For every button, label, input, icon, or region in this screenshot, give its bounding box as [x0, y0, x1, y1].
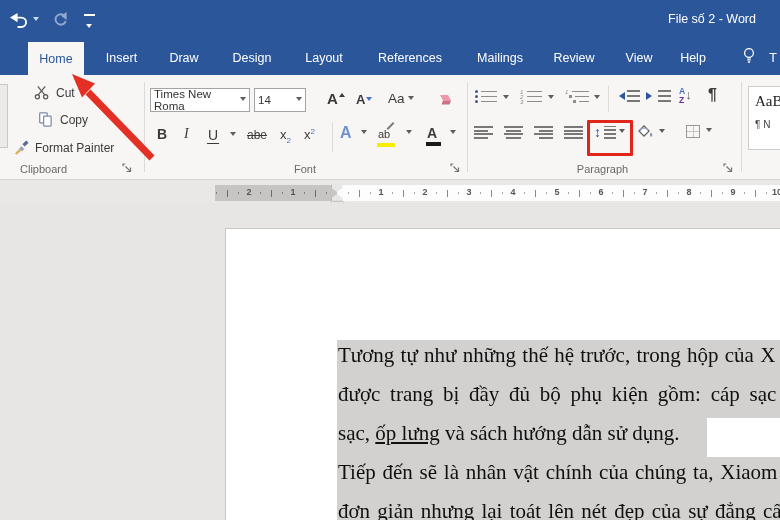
tab-review[interactable]: Review: [550, 40, 598, 75]
bold-button[interactable]: B: [157, 126, 167, 142]
format-painter-brush-icon: [14, 140, 29, 155]
ruler-number: 10: [772, 187, 780, 197]
tab-mailings[interactable]: Mailings: [468, 40, 532, 75]
sort-button[interactable]: A Z ↓: [679, 87, 692, 104]
font-color-chevron-icon: [450, 130, 456, 137]
shading-button[interactable]: [637, 125, 665, 140]
text-effects-button[interactable]: A: [340, 124, 367, 142]
font-size-combo[interactable]: 14: [254, 88, 306, 112]
paint-bucket-icon: [637, 125, 655, 140]
ruler-number: 4: [510, 187, 515, 197]
show-hide-pilcrow-button[interactable]: ¶: [708, 86, 717, 104]
undo-dropdown-chevron-icon[interactable]: [33, 17, 39, 24]
paste-button-partial[interactable]: [0, 84, 8, 148]
grow-font-caret-icon: [339, 90, 345, 97]
ruler-number: 1: [378, 187, 383, 197]
group-divider: [467, 82, 468, 172]
ruler-row: 2 1 1 2 3 4 5 6 7 8 9 10: [0, 180, 780, 203]
multilevel-list-button[interactable]: 1: [565, 89, 589, 104]
horizontal-ruler[interactable]: 2 1 1 2 3 4 5 6 7 8 9 10: [215, 185, 780, 201]
font-group-label: Font: [150, 163, 460, 175]
font-dialog-launcher-icon[interactable]: [450, 163, 460, 173]
borders-chevron-icon: [706, 128, 712, 135]
clear-formatting-eraser-icon[interactable]: [436, 93, 452, 107]
borders-grid-icon: [686, 125, 700, 138]
numbering-button[interactable]: 1 2 3: [520, 89, 542, 104]
italic-button[interactable]: I: [184, 126, 189, 142]
shrink-font-button[interactable]: A: [356, 92, 372, 107]
tab-view[interactable]: View: [621, 40, 657, 75]
bullets-button[interactable]: [475, 89, 497, 104]
font-size-chevron-icon: [296, 97, 302, 104]
strikethrough-button[interactable]: abe: [247, 128, 267, 142]
doc-line-1: Tương tự như những thế hệ trước, trong h…: [338, 345, 775, 366]
paragraph-dialog-launcher-icon[interactable]: [723, 163, 733, 173]
cut-label: Cut: [56, 86, 75, 100]
justify-button[interactable]: [564, 126, 583, 139]
align-center-button[interactable]: [504, 126, 523, 139]
tab-home[interactable]: Home: [28, 42, 84, 75]
change-case-button[interactable]: Aa: [388, 91, 414, 106]
numbering-chevron-icon[interactable]: [548, 95, 554, 102]
document-area: Tương tự như những thế hệ trước, trong h…: [0, 203, 780, 520]
clipboard-group-label: Clipboard: [20, 163, 67, 175]
text-effects-chevron-icon: [361, 130, 367, 137]
ruler-number: 1: [290, 187, 295, 197]
customize-quick-access-toolbar-icon[interactable]: [84, 14, 95, 36]
selection-end-gap: [707, 418, 780, 457]
ribbon: Cut Copy Format Painter Clipboard Times …: [0, 75, 780, 180]
format-painter-button[interactable]: Format Painter: [14, 140, 114, 155]
underline-chevron-icon: [230, 132, 236, 139]
font-color-button[interactable]: A: [427, 124, 456, 142]
doc-line-5: đơn giản nhưng lại toát lên nét đẹp của …: [338, 501, 780, 520]
sort-down-arrow-icon: ↓: [685, 87, 692, 104]
align-left-button[interactable]: [474, 126, 493, 139]
font-name-combo[interactable]: Times New Roma: [150, 88, 250, 112]
tab-help[interactable]: Help: [676, 40, 710, 75]
style-normal-preview[interactable]: AaB ¶ N: [748, 86, 780, 150]
bullets-chevron-icon[interactable]: [503, 95, 509, 102]
tell-me-lightbulb-icon[interactable]: [742, 47, 756, 64]
increase-indent-button[interactable]: [646, 90, 671, 102]
undo-button[interactable]: [9, 11, 28, 28]
word-window: File số 2 - Word Home Insert Draw Design…: [0, 0, 780, 520]
tab-draw[interactable]: Draw: [162, 40, 206, 75]
change-case-chevron-icon: [408, 96, 414, 103]
font-name-chevron-icon: [240, 97, 246, 104]
tab-insert[interactable]: Insert: [99, 40, 144, 75]
highlight-chevron-icon: [406, 130, 412, 137]
multilevel-chevron-icon[interactable]: [594, 95, 600, 102]
bullet-dot-icon: [475, 90, 478, 93]
style-preview-text: AaB: [749, 87, 780, 110]
copy-button[interactable]: Copy: [38, 112, 88, 127]
text-highlight-button[interactable]: ab: [378, 124, 412, 142]
tab-references[interactable]: References: [376, 40, 444, 75]
clipboard-dialog-launcher-icon[interactable]: [122, 163, 132, 173]
copy-label: Copy: [60, 113, 88, 127]
align-right-button[interactable]: [534, 126, 553, 139]
ruler-number: 8: [686, 187, 691, 197]
group-divider: [741, 82, 742, 172]
font-group: Times New Roma 14 A A Aa B I U abe: [150, 82, 460, 172]
tell-me-label-partial[interactable]: T: [766, 40, 780, 75]
underline-button[interactable]: U: [207, 126, 236, 144]
annotation-red-box: [587, 120, 633, 156]
superscript-button[interactable]: x2: [304, 127, 315, 142]
ruler-number: 3: [466, 187, 471, 197]
window-title: File số 2 - Word: [668, 12, 756, 26]
tab-layout[interactable]: Layout: [300, 40, 348, 75]
grow-font-button[interactable]: A: [327, 90, 345, 107]
ruler-number: 6: [598, 187, 603, 197]
group-divider: [144, 82, 145, 172]
subscript-button[interactable]: x2: [280, 127, 291, 145]
redo-button[interactable]: [52, 11, 69, 28]
cut-button[interactable]: Cut: [34, 85, 75, 100]
ruler-number: 2: [246, 187, 251, 197]
ruler-margin-area: [215, 185, 337, 201]
tab-design[interactable]: Design: [228, 40, 276, 75]
format-painter-label: Format Painter: [35, 141, 114, 155]
document-page[interactable]: Tương tự như những thế hệ trước, trong h…: [225, 228, 780, 520]
borders-button[interactable]: [686, 125, 712, 138]
style-name-partial: ¶ N: [749, 110, 780, 130]
decrease-indent-button[interactable]: [615, 90, 640, 102]
